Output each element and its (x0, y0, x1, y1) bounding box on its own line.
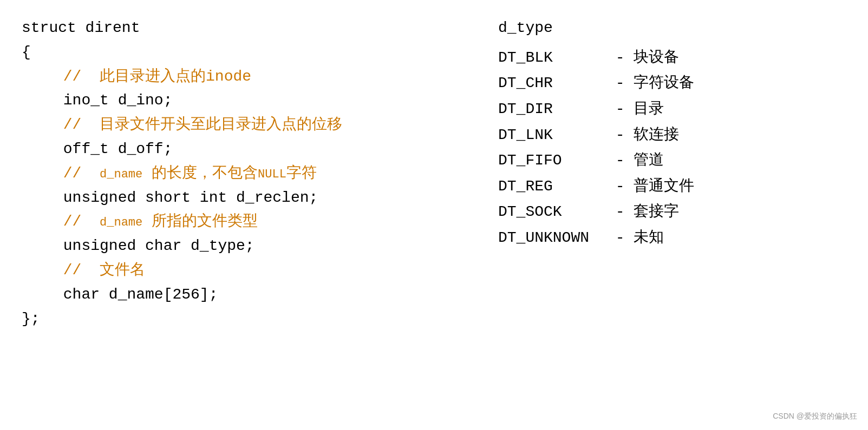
comment-dname-type: // d_name 所指的文件类型 (22, 210, 466, 234)
left-panel: struct dirent { // 此目录进入点的inode ino_t d_… (22, 16, 466, 331)
code-char-dname: char d_name[256]; (22, 283, 466, 307)
dt-dir: DT_DIR - 目录 (498, 96, 846, 122)
code-off-t: off_t d_off; (22, 137, 466, 162)
right-panel: d_type DT_BLK - 块设备 DT_CHR - 字符设备 DT_DIR… (466, 16, 846, 331)
dt-blk: DT_BLK - 块设备 (498, 45, 846, 71)
dt-lnk: DT_LNK - 软连接 (498, 122, 846, 148)
open-brace: { (22, 41, 466, 65)
watermark: CSDN @爱投资的偏执狂 (773, 410, 857, 422)
code-ino-t: ino_t d_ino; (22, 89, 466, 113)
dt-list: DT_BLK - 块设备 DT_CHR - 字符设备 DT_DIR - 目录 D… (498, 45, 846, 251)
comment-filename: // 文件名 (22, 259, 466, 283)
dt-reg: DT_REG - 普通文件 (498, 174, 846, 200)
code-unsigned-short: unsigned short int d_reclen; (22, 186, 466, 210)
code-unsigned-char: unsigned char d_type; (22, 234, 466, 259)
comment-dname-len: // d_name 的长度，不包含NULL字符 (22, 162, 466, 186)
main-container: struct dirent { // 此目录进入点的inode ino_t d_… (22, 16, 846, 331)
dt-unknown: DT_UNKNOWN - 未知 (498, 225, 846, 251)
dt-sock: DT_SOCK - 套接字 (498, 199, 846, 225)
dt-fifo: DT_FIFO - 管道 (498, 148, 846, 174)
comment-offset: // 目录文件开头至此目录进入点的位移 (22, 113, 466, 137)
dt-chr: DT_CHR - 字符设备 (498, 70, 846, 96)
struct-header: struct dirent (22, 16, 466, 41)
close-brace: }; (22, 307, 466, 332)
comment-inode: // 此目录进入点的inode (22, 65, 466, 89)
right-header: d_type (498, 16, 846, 41)
